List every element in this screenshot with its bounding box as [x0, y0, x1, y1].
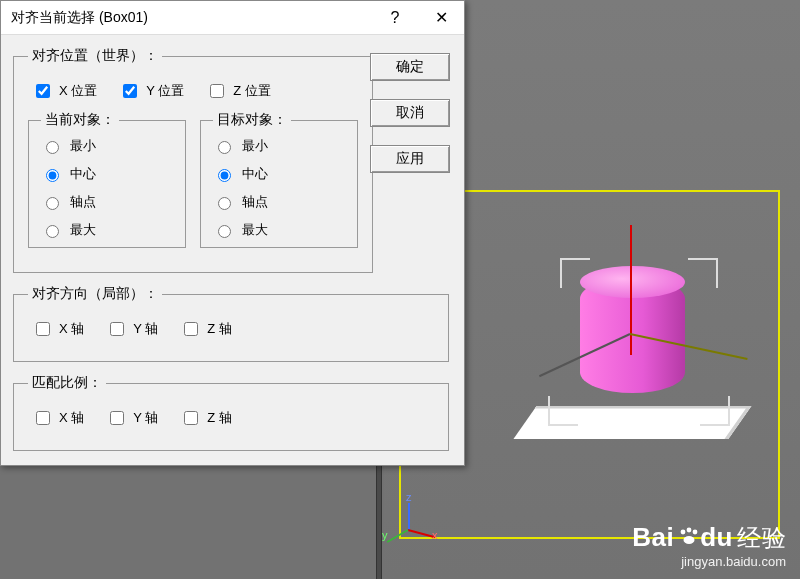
- radio-最小[interactable]: 最小: [41, 137, 173, 155]
- radio-中心[interactable]: 中心: [41, 165, 173, 183]
- z-position-checkbox[interactable]: Z 位置: [206, 81, 271, 101]
- align-orientation-group: 对齐方向（局部）： X 轴 Y 轴 Z 轴: [13, 285, 449, 362]
- y-position-input[interactable]: [123, 84, 137, 98]
- z-axis-orient-checkbox[interactable]: Z 轴: [180, 319, 232, 339]
- dialog-title: 对齐当前选择 (Box01): [11, 9, 372, 27]
- help-button[interactable]: ?: [372, 1, 418, 35]
- x-position-input[interactable]: [36, 84, 50, 98]
- selection-bracket: [688, 258, 718, 288]
- target-object-radios: 最小中心轴点最大: [213, 137, 345, 239]
- svg-point-2: [693, 530, 698, 535]
- svg-point-0: [681, 530, 686, 535]
- match-scale-group: 匹配比例： X 轴 Y 轴 Z 轴: [13, 374, 449, 451]
- x-axis-scale-checkbox[interactable]: X 轴: [32, 408, 84, 428]
- align-dialog: 对齐当前选择 (Box01) ? ✕ 确定 取消 应用 对齐位置（世界）： X …: [0, 0, 465, 466]
- selection-bracket: [560, 258, 590, 288]
- x-position-checkbox[interactable]: X 位置: [32, 81, 97, 101]
- y-axis-orient-checkbox[interactable]: Y 轴: [106, 319, 158, 339]
- watermark: Bai du经验 jingyan.baidu.com: [632, 522, 786, 569]
- current-object-group: 当前对象： 最小中心轴点最大: [28, 111, 186, 248]
- cancel-button[interactable]: 取消: [370, 99, 450, 127]
- radio-轴点[interactable]: 轴点: [213, 193, 345, 211]
- target-object-group: 目标对象： 最小中心轴点最大: [200, 111, 358, 248]
- x-axis-orient-checkbox[interactable]: X 轴: [32, 319, 84, 339]
- y-axis-scale-checkbox[interactable]: Y 轴: [106, 408, 158, 428]
- paw-icon: [678, 522, 700, 553]
- align-position-group: 对齐位置（世界）： X 位置 Y 位置 Z 位置 当前对象： 最: [13, 47, 373, 273]
- radio-最大[interactable]: 最大: [41, 221, 173, 239]
- ok-button[interactable]: 确定: [370, 53, 450, 81]
- radio-中心[interactable]: 中心: [213, 165, 345, 183]
- current-object-radios: 最小中心轴点最大: [41, 137, 173, 239]
- svg-point-3: [684, 536, 695, 544]
- selection-bracket: [548, 396, 578, 426]
- svg-point-1: [687, 528, 692, 533]
- z-axis-scale-checkbox[interactable]: Z 轴: [180, 408, 232, 428]
- z-position-input[interactable]: [210, 84, 224, 98]
- radio-最大[interactable]: 最大: [213, 221, 345, 239]
- y-position-checkbox[interactable]: Y 位置: [119, 81, 184, 101]
- viewport-axis-indicator: z x y: [386, 499, 438, 551]
- radio-最小[interactable]: 最小: [213, 137, 345, 155]
- align-position-legend: 对齐位置（世界）：: [28, 47, 162, 65]
- apply-button[interactable]: 应用: [370, 145, 450, 173]
- dialog-titlebar[interactable]: 对齐当前选择 (Box01) ? ✕: [1, 1, 464, 35]
- radio-轴点[interactable]: 轴点: [41, 193, 173, 211]
- selection-bracket: [700, 396, 730, 426]
- close-button[interactable]: ✕: [418, 1, 464, 35]
